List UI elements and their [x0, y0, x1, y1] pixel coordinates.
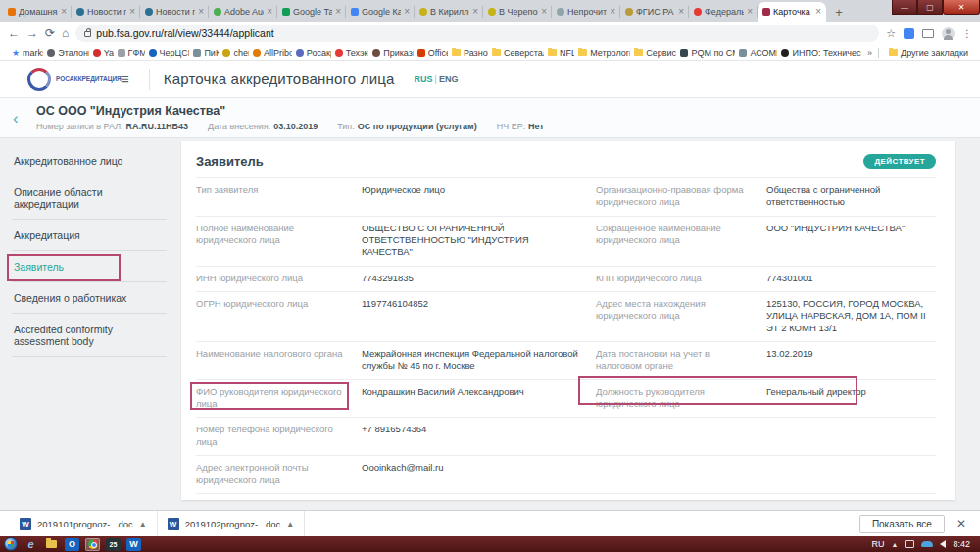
- screenshot-extension-icon[interactable]: [922, 29, 934, 38]
- bookmark-item[interactable]: Разное: [448, 48, 488, 58]
- start-button[interactable]: [4, 537, 18, 551]
- explorer-folder-icon[interactable]: [44, 538, 59, 551]
- browser-tab[interactable]: Новости глав×: [140, 2, 209, 22]
- tab-close-icon[interactable]: ×: [61, 7, 67, 17]
- tab-close-icon[interactable]: ×: [541, 7, 547, 17]
- lang-rus-button[interactable]: RUS: [415, 75, 433, 84]
- outlook-icon[interactable]: O: [65, 538, 79, 551]
- browser-tab[interactable]: Adobe Auditi×: [209, 2, 277, 22]
- bookmark-item[interactable]: Росакр: [292, 48, 331, 58]
- show-all-downloads-button[interactable]: Показать все: [859, 515, 945, 533]
- bookmark-item[interactable]: ★marks: [8, 48, 43, 58]
- bookmark-star-icon[interactable]: ☆: [886, 27, 896, 40]
- sidebar-item[interactable]: Аккредитация: [12, 220, 167, 251]
- tab-close-icon[interactable]: ×: [472, 7, 478, 17]
- bookmark-item[interactable]: Office: [414, 48, 448, 58]
- bookmark-label: Сервисы: [646, 48, 676, 58]
- bookmark-item[interactable]: cher: [219, 48, 249, 58]
- maximize-button[interactable]: ▢: [917, 0, 943, 15]
- sidebar-item[interactable]: Accredited conformity assessment body: [12, 314, 167, 357]
- bookmark-item[interactable]: ЧерЦСМ: [145, 48, 190, 58]
- browser-tab[interactable]: Новости глав×: [72, 2, 140, 22]
- cloud-sync-icon[interactable]: [921, 541, 933, 547]
- tab-close-icon[interactable]: ×: [815, 7, 821, 17]
- tab-close-icon[interactable]: ×: [198, 7, 204, 17]
- minimize-button[interactable]: —: [892, 0, 917, 15]
- bookmark-item[interactable]: Северсталь: [488, 48, 544, 58]
- bookmark-item[interactable]: Сервисы: [630, 48, 676, 58]
- browser-tab[interactable]: Google Кален×: [346, 2, 415, 22]
- bookmark-item[interactable]: Метрология: [574, 48, 630, 58]
- bookmark-item[interactable]: ГФМ: [114, 48, 145, 58]
- bookmarks-overflow-icon[interactable]: »: [861, 48, 878, 58]
- browser-tab[interactable]: В Череповце×: [483, 2, 552, 22]
- refresh-icon[interactable]: ⟳: [45, 27, 55, 39]
- calendar-icon[interactable]: 25: [106, 538, 121, 551]
- browser-tab[interactable]: Карточка акк×: [758, 2, 826, 22]
- download-chevron-icon[interactable]: ▲: [139, 520, 147, 528]
- address-bar[interactable]: pub.fsa.gov.ru/ral/view/33444/applicant: [75, 25, 879, 42]
- bookmark-item[interactable]: Эталоны: [43, 48, 88, 58]
- bookmark-item[interactable]: Приказы: [368, 48, 413, 58]
- tab-close-icon[interactable]: ×: [129, 7, 135, 17]
- browser-tab[interactable]: Непрочитан×: [552, 2, 620, 22]
- sidebar-item[interactable]: Заявитель: [12, 251, 167, 282]
- back-icon[interactable]: ←: [8, 27, 20, 39]
- bookmark-item[interactable]: AllPribor: [249, 48, 292, 58]
- close-button[interactable]: ✕: [943, 0, 980, 15]
- download-item[interactable]: W2019102prognoz-...doc▲: [158, 511, 306, 536]
- new-tab-button[interactable]: +: [828, 3, 850, 21]
- browser-tab[interactable]: ФГИС РА - Сп×: [620, 2, 689, 22]
- download-item[interactable]: W2019101prognoz-...doc▲: [10, 511, 158, 536]
- bookmark-item[interactable]: АСОМИ: [735, 48, 777, 58]
- browser-tab[interactable]: Домашняя стр×: [3, 2, 72, 22]
- news-favicon: [76, 8, 84, 16]
- browser-tab[interactable]: Федеральная×: [689, 2, 758, 22]
- internet-explorer-icon[interactable]: e: [24, 538, 38, 551]
- bookmark-item[interactable]: Ya: [89, 48, 114, 58]
- other-bookmarks-button[interactable]: Другие закладки: [885, 48, 972, 58]
- bookmark-label: ИНПО: Техническа...: [792, 48, 861, 58]
- tab-close-icon[interactable]: ×: [267, 7, 272, 17]
- download-filename: 2019102prognoz-...doc: [185, 519, 281, 529]
- tab-close-icon[interactable]: ×: [335, 7, 341, 17]
- lang-eng-button[interactable]: ENG: [439, 75, 459, 84]
- volume-icon[interactable]: [940, 540, 946, 548]
- tray-expand-icon[interactable]: ▲: [892, 541, 899, 548]
- bookmark-item[interactable]: Техэкс: [331, 48, 369, 58]
- network-icon[interactable]: [905, 540, 914, 548]
- sidebar-item[interactable]: Сведения о работниках: [12, 282, 167, 314]
- bookmark-item[interactable]: ИНПО: Техническа...: [777, 48, 861, 58]
- forward-icon[interactable]: →: [26, 27, 38, 39]
- clock[interactable]: 8:42: [953, 539, 970, 549]
- url-text[interactable]: pub.fsa.gov.ru/ral/view/33444/applicant: [96, 27, 273, 39]
- browser-tab[interactable]: В Кириллове×: [415, 2, 483, 22]
- tab-close-icon[interactable]: ×: [610, 7, 615, 17]
- sidebar-item[interactable]: Аккредитованное лицо: [12, 145, 167, 176]
- meta-item: НЧ ЕР:Нет: [497, 122, 544, 131]
- row-value: 1197746104852: [362, 298, 582, 334]
- site-icon: [739, 49, 747, 57]
- downloads-close-icon[interactable]: ✕: [956, 517, 966, 530]
- sidebar-item[interactable]: Описание области аккредитации: [12, 176, 167, 220]
- hamburger-menu-icon[interactable]: ≡: [115, 71, 135, 87]
- meta-label: Дата внесения:: [208, 122, 270, 131]
- chrome-menu-icon[interactable]: ⋮: [962, 28, 972, 39]
- bookmark-item[interactable]: NFL: [544, 48, 574, 58]
- extension-icon[interactable]: [904, 28, 914, 39]
- download-chevron-icon[interactable]: ▲: [286, 520, 294, 528]
- word-icon[interactable]: W: [126, 538, 141, 551]
- back-chevron-icon[interactable]: ‹: [13, 110, 19, 126]
- tab-close-icon[interactable]: ×: [404, 7, 410, 17]
- home-icon[interactable]: ⌂: [62, 27, 69, 39]
- meta-value: Нет: [528, 122, 544, 131]
- profile-avatar[interactable]: [942, 27, 955, 40]
- keyboard-language[interactable]: RU: [872, 539, 885, 549]
- chrome-icon[interactable]: [85, 538, 100, 551]
- bookmark-item[interactable]: ПиК: [189, 48, 219, 58]
- rosaccreditation-logo[interactable]: РОСАККРЕДИТАЦИЯ: [27, 68, 101, 91]
- browser-tab[interactable]: Google Табли×: [277, 2, 346, 22]
- bookmark-item[interactable]: PQM по СМК: [676, 48, 735, 58]
- tab-close-icon[interactable]: ×: [678, 7, 684, 17]
- tab-close-icon[interactable]: ×: [747, 7, 753, 17]
